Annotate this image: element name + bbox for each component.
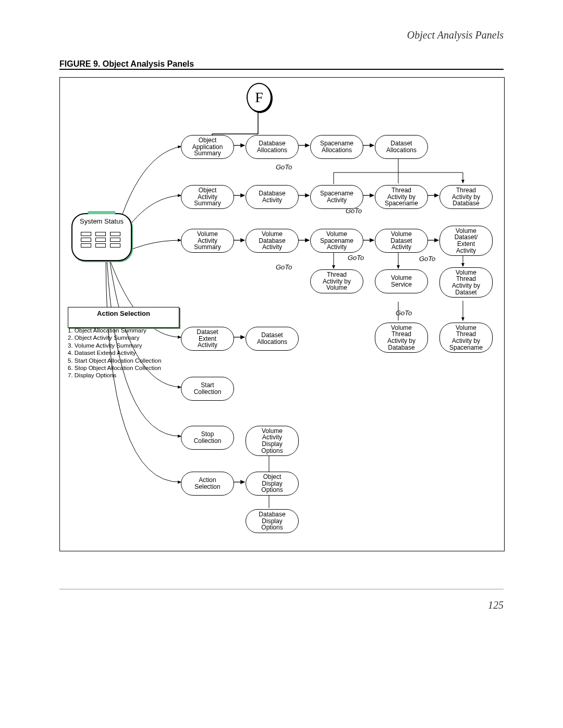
caption-rule bbox=[59, 69, 504, 70]
node-database-activity: DatabaseActivity bbox=[246, 185, 299, 209]
node-thread-activity-volume: ThreadActivity byVolume bbox=[310, 269, 363, 293]
node-volume-activity-display-options: VolumeActivityDisplayOptions bbox=[246, 426, 299, 456]
node-spacename-activity: SpacenameActivity bbox=[310, 185, 363, 209]
node-volume-spacename-activity: VolumeSpacenameActivity bbox=[310, 229, 363, 253]
action-selection-title: Action Selection bbox=[74, 310, 174, 317]
node-database-display-options: DatabaseDisplayOptions bbox=[246, 509, 299, 533]
node-object-application-summary: ObjectApplicationSummary bbox=[181, 135, 234, 159]
goto-label-3: GoTo bbox=[276, 263, 292, 271]
goto-label-r3b: GoTo bbox=[419, 255, 435, 263]
footer-rule bbox=[59, 589, 504, 589]
node-dataset-extent-activity: DatasetExtentActivity bbox=[181, 327, 234, 351]
node-dataset-allocations: DatasetAllocations bbox=[375, 135, 428, 159]
node-volume-dataset-extent-activity: VolumeDataset/ExtentActivity bbox=[439, 226, 493, 256]
action-selection-box: Action Selection bbox=[68, 307, 179, 328]
node-action-selection: ActionSelection bbox=[181, 472, 234, 496]
node-volume-service: VolumeService bbox=[375, 269, 428, 293]
goto-label-4: GoTo bbox=[396, 309, 412, 317]
node-volume-dataset-activity: VolumeDatasetActivity bbox=[375, 229, 428, 253]
goto-label-1: GoTo bbox=[276, 163, 292, 171]
header-title: Object Analysis Panels bbox=[407, 29, 504, 41]
node-volume-thread-activity-database: VolumeThreadActivity byDatabase bbox=[375, 323, 428, 353]
node-object-activity-summary: ObjectActivitySummary bbox=[181, 185, 234, 209]
node-object-display-options: ObjectDisplayOptions bbox=[246, 472, 299, 496]
page-number: 125 bbox=[488, 599, 504, 611]
node-volume-thread-activity-dataset: VolumeThreadActivity byDataset bbox=[439, 267, 493, 298]
system-status-label: System Status bbox=[78, 217, 126, 225]
action-item-2: 2. Object Activity Summary bbox=[68, 334, 177, 341]
node-volume-database-activity: VolumeDatabaseActivity bbox=[246, 229, 299, 253]
node-stop-collection: StopCollection bbox=[181, 426, 234, 450]
action-selection-list: 1. Object Allocation Summary 2. Object A… bbox=[68, 327, 177, 379]
node-volume-thread-activity-spacename: VolumeThreadActivity bySpacename bbox=[439, 323, 493, 353]
system-status-bars-icon bbox=[81, 232, 120, 248]
node-start-collection: StartCollection bbox=[181, 377, 234, 401]
node-spacename-allocations: SpacenameAllocations bbox=[310, 135, 363, 159]
action-item-3: 3. Volume Activity Summary bbox=[68, 342, 177, 349]
node-thread-activity-spacename: ThreadActivity bySpacename bbox=[375, 185, 428, 209]
action-item-4: 4. Dataset Extend Activity bbox=[68, 349, 177, 356]
action-item-7: 7. Display Options bbox=[68, 372, 177, 379]
action-item-5: 5. Start Object Allocation Collection bbox=[68, 357, 177, 364]
node-dataset-allocations-2: DatasetAllocations bbox=[246, 327, 299, 351]
goto-label-r3a: GoTo bbox=[348, 254, 364, 262]
page: Object Analysis Panels FIGURE 9. Object … bbox=[0, 0, 563, 728]
goto-label-2: GoTo bbox=[346, 207, 362, 215]
start-circle: F bbox=[247, 83, 272, 112]
action-item-1: 1. Object Allocation Summary bbox=[68, 327, 177, 334]
diagram-frame: F ObjectApplicationSummary DatabaseAlloc… bbox=[59, 77, 505, 551]
action-item-6: 6. Stop Object Allocation Collection bbox=[68, 364, 177, 372]
node-database-allocations: DatabaseAllocations bbox=[246, 135, 299, 159]
figure-caption: FIGURE 9. Object Analysis Panels bbox=[59, 59, 194, 69]
node-thread-activity-database: ThreadActivity byDatabase bbox=[439, 185, 493, 209]
node-volume-activity-summary: VolumeActivitySummary bbox=[181, 229, 234, 253]
